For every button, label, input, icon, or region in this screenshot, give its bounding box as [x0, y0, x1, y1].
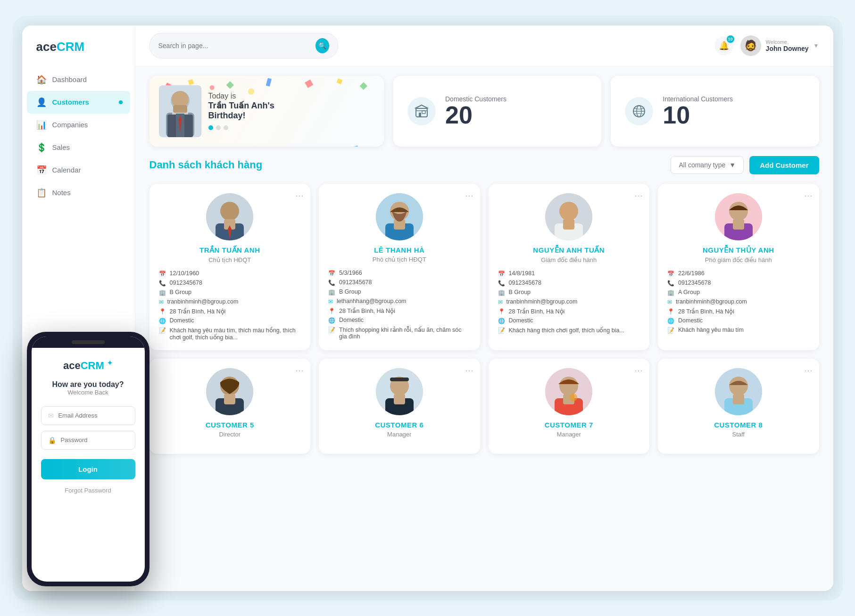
search-input[interactable] [158, 42, 311, 49]
svg-point-40 [559, 202, 578, 221]
add-customer-button[interactable]: Add Customer [749, 156, 819, 174]
user-text: Welcome, John Downey [766, 39, 809, 52]
note-icon: 📝 [159, 327, 166, 334]
sidebar-item-customers[interactable]: 👤 Customers [27, 91, 130, 114]
location-icon: 📍 [498, 308, 505, 315]
birthday-card: Today is Trần Tuấn Anh's Birthday! [149, 76, 384, 147]
type-value: Domestic [339, 317, 364, 323]
customer-name: NGUYỄN ANH TUẤN [498, 246, 640, 255]
svg-rect-26 [419, 113, 421, 117]
avatar: 🧔 [740, 35, 761, 56]
email-field[interactable] [58, 412, 128, 419]
user-info[interactable]: 🧔 Welcome, John Downey ▼ [740, 35, 819, 56]
customer-card[interactable]: ⋯ CUSTOMER 7 Manager [489, 359, 650, 454]
globe-icon: 🌐 [328, 317, 335, 324]
address-value: 28 Trần Bình, Hà Nội [170, 308, 226, 315]
sales-icon: 💲 [36, 142, 47, 153]
address-detail: 📍28 Trần Bình, Hà Nội [328, 307, 471, 314]
customer-title: Director [159, 431, 301, 438]
svg-rect-27 [422, 111, 425, 114]
card-menu-button[interactable]: ⋯ [295, 190, 304, 201]
login-button[interactable]: Login [41, 459, 135, 479]
sidebar-item-label: Companies [52, 121, 88, 129]
birthday-today-label: Today is [208, 92, 274, 100]
card-menu-button[interactable]: ⋯ [634, 365, 643, 376]
card-menu-button[interactable]: ⋯ [804, 190, 813, 201]
email-input-wrapper: ✉ [41, 406, 135, 425]
notification-badge[interactable]: 🔔 10 [714, 36, 733, 55]
customer-avatar [545, 193, 592, 240]
sidebar-item-sales[interactable]: 💲 Sales [22, 136, 135, 159]
note-value: Khách hàng yêu màu tím [678, 327, 744, 333]
notification-count: 10 [727, 35, 734, 43]
sidebar-item-notes[interactable]: 📋 Notes [22, 181, 135, 204]
phone-greeting-title: How are you today? [52, 380, 124, 389]
customer-title: Phó giám đốc điều hành [667, 256, 810, 263]
email-detail: ✉tranbinhminh@bgroup.com [498, 298, 640, 305]
customer-card[interactable]: ⋯ NGUYỄN ANH TUẤN Giám đốc điều hành 📅14… [489, 184, 650, 350]
card-menu-button[interactable]: ⋯ [465, 365, 473, 376]
password-input-wrapper: 🔒 [41, 431, 135, 450]
customer-title: Phó chủ tịch HĐQT [328, 256, 471, 263]
filter-label: All comany type [679, 161, 725, 169]
address-value: 28 Trần Bình, Hà Nội [678, 308, 734, 315]
svg-rect-50 [224, 394, 235, 404]
sidebar-item-calendar[interactable]: 📅 Calendar [22, 159, 135, 181]
card-menu-button[interactable]: ⋯ [804, 365, 813, 376]
customer-title: Chủ tịch HĐQT [159, 256, 301, 263]
email-icon: ✉ [48, 412, 54, 419]
note-value: Khách hàng thích chơi golf, thích uống b… [509, 327, 624, 334]
company-icon: 🏢 [498, 289, 505, 296]
sidebar-item-label: Sales [52, 143, 70, 151]
customer-card[interactable]: ⋯ NGUYỄN THỦY ANH Phó giám đốc điều hành… [658, 184, 819, 350]
customer-card[interactable]: ⋯ LÊ THANH HÀ Phó chủ tịch HĐQT 📅5/3/196… [319, 184, 480, 350]
password-field[interactable] [61, 436, 128, 444]
list-header: Danh sách khách hàng All comany type ▼ A… [149, 156, 819, 174]
international-count: 10 [663, 103, 733, 127]
dob-detail: 📅22/6/1986 [667, 270, 810, 277]
sidebar-item-dashboard[interactable]: 🏠 Dashboard [22, 68, 135, 91]
address-value: 28 Trần Bình, Hà Nội [509, 308, 565, 315]
svg-rect-54 [394, 394, 405, 404]
phone-notch [32, 337, 145, 348]
customer-avatar [206, 368, 253, 415]
card-menu-button[interactable]: ⋯ [465, 190, 473, 201]
note-icon: 📝 [667, 327, 674, 334]
sidebar-item-companies[interactable]: 📊 Companies [22, 114, 135, 136]
type-value: Domestic [678, 317, 703, 324]
svg-rect-11 [352, 145, 359, 146]
phone-detail: 📞0912345678 [328, 279, 471, 286]
birthday-dots [208, 125, 274, 130]
customer-avatar [206, 193, 253, 240]
note-detail: 📝Khách hàng yêu màu tím [667, 327, 810, 334]
address-value: 28 Trần Bình, Hà Nội [339, 307, 395, 314]
card-menu-button[interactable]: ⋯ [634, 190, 643, 201]
phone-value: 0912345678 [678, 279, 711, 286]
search-button[interactable]: 🔍 [315, 38, 329, 53]
customer-avatar [715, 368, 762, 415]
company-detail: 🏢B Group [159, 289, 301, 296]
customer-card[interactable]: ⋯ CUSTOMER 6 Manager [319, 359, 480, 454]
email-icon: ✉ [159, 299, 164, 305]
location-icon: 📍 [328, 308, 335, 314]
customer-card[interactable]: ⋯ CUSTOMER 5 Director [149, 359, 311, 454]
globe-icon: 🌐 [159, 318, 166, 324]
svg-rect-64 [733, 394, 744, 404]
chevron-down-icon: ▼ [813, 42, 819, 49]
dob-value: 5/3/1966 [339, 270, 362, 276]
domestic-stat-card: Domestic Customers 20 [393, 76, 601, 147]
customer-avatar [376, 368, 423, 415]
international-icon [625, 97, 653, 125]
customer-card[interactable]: ⋯ CUSTOMER 8 Staff [658, 359, 819, 454]
company-value: B Group [170, 289, 192, 296]
customer-name: CUSTOMER 6 [328, 421, 471, 429]
email-detail: ✉tranbinhminh@bgroup.com [159, 298, 301, 305]
forgot-password-link[interactable]: Forgot Password [65, 487, 111, 494]
address-detail: 📍28 Trần Bình, Hà Nội [159, 308, 301, 315]
dob-detail: 📅14/8/1981 [498, 270, 640, 277]
card-menu-button[interactable]: ⋯ [295, 365, 304, 376]
company-type-filter[interactable]: All comany type ▼ [671, 156, 744, 174]
customer-name: CUSTOMER 5 [159, 421, 301, 429]
globe-icon: 🌐 [498, 318, 505, 324]
customer-card[interactable]: ⋯ TRẦN TUẤN ANH Chủ tịch HĐQT 📅12/10/196… [149, 184, 311, 350]
